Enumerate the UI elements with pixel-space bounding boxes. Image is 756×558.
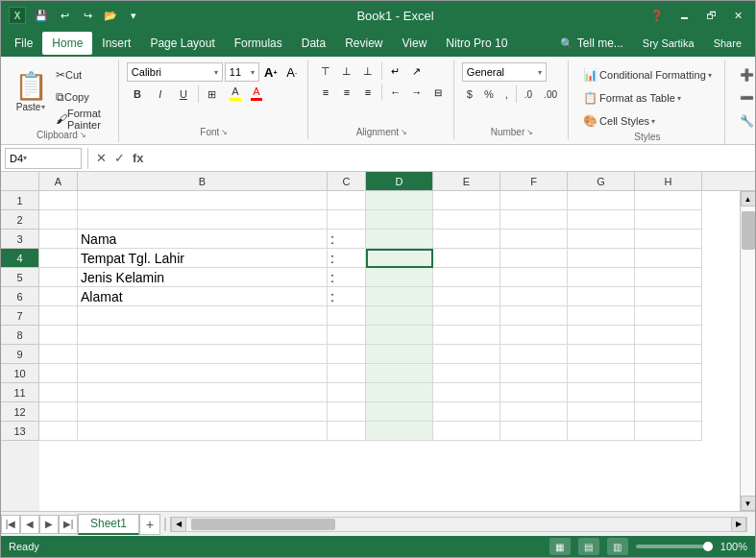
page-layout-view-button[interactable]: ▤ — [578, 538, 599, 555]
font-size-selector[interactable]: 11 ▾ — [225, 62, 259, 82]
alignment-expand-icon[interactable]: ↘ — [401, 128, 407, 136]
col-header-F[interactable]: F — [500, 172, 568, 190]
align-middle-button[interactable]: ⊥ — [337, 62, 356, 80]
cell-D3[interactable] — [366, 230, 433, 249]
comma-button[interactable]: , — [500, 84, 513, 105]
cell-E2[interactable] — [433, 210, 500, 230]
undo-button[interactable]: ↩ — [55, 6, 74, 25]
cell-F6[interactable] — [500, 287, 568, 306]
save-button[interactable]: 💾 — [32, 6, 51, 25]
sheet-first-button[interactable]: |◀ — [1, 515, 20, 534]
cell-D5[interactable] — [366, 268, 433, 287]
page-break-view-button[interactable]: ▥ — [607, 538, 628, 555]
cell-B3[interactable]: Nama — [78, 230, 328, 249]
number-expand-icon[interactable]: ↘ — [526, 128, 533, 136]
cell-B2[interactable] — [78, 210, 328, 230]
insert-function-button[interactable]: fx — [131, 149, 146, 167]
row-1[interactable]: 1 — [1, 191, 39, 210]
minimize-button[interactable]: 🗕 — [674, 6, 694, 25]
cell-D6[interactable] — [366, 287, 433, 306]
font-name-selector[interactable]: Calibri ▾ — [127, 62, 223, 82]
close-button[interactable]: ✕ — [728, 6, 747, 25]
cell-A5[interactable] — [39, 268, 78, 287]
cell-G3[interactable] — [568, 230, 635, 249]
col-header-A[interactable]: A — [39, 172, 78, 190]
cell-H4[interactable] — [635, 249, 702, 268]
format-cells-button[interactable]: 🔧 Format ▾ — [733, 110, 756, 132]
align-bottom-button[interactable]: ⊥ — [358, 62, 378, 80]
cell-A2[interactable] — [39, 210, 78, 230]
font-expand-icon[interactable]: ↘ — [221, 128, 228, 136]
decrease-font-button[interactable]: A- — [282, 63, 302, 81]
vertical-scrollbar[interactable]: ▲ ▼ — [740, 191, 755, 511]
percent-button[interactable]: % — [479, 84, 499, 105]
cell-C3[interactable]: : — [328, 230, 366, 249]
menu-file[interactable]: File — [5, 32, 42, 55]
cell-A4[interactable] — [39, 249, 78, 268]
row-7[interactable]: 7 — [1, 306, 39, 326]
cell-A3[interactable] — [39, 230, 78, 249]
cell-G5[interactable] — [568, 268, 635, 287]
font-color-button[interactable]: A — [247, 84, 266, 105]
orientation-button[interactable]: ↗ — [407, 62, 427, 80]
row-11[interactable]: 11 — [1, 383, 39, 402]
scroll-thumb[interactable] — [742, 211, 755, 250]
cell-H1[interactable] — [635, 191, 702, 210]
align-top-button[interactable]: ⊤ — [316, 62, 335, 80]
cell-H5[interactable] — [635, 268, 702, 287]
cell-F1[interactable] — [500, 191, 568, 210]
menu-nitro[interactable]: Nitro Pro 10 — [436, 32, 517, 55]
corner-cell[interactable] — [1, 172, 39, 190]
wrap-text-button[interactable]: ↵ — [386, 62, 405, 80]
row-5[interactable]: 5 — [1, 268, 39, 287]
sheet-next-button[interactable]: ▶ — [39, 515, 59, 534]
menu-insert[interactable]: Insert — [92, 32, 140, 55]
menu-review[interactable]: Review — [335, 32, 392, 55]
restore-button[interactable]: 🗗 — [701, 6, 720, 25]
cut-button[interactable]: ✂ Cut — [51, 64, 112, 85]
sheet-last-button[interactable]: ▶| — [59, 515, 78, 534]
tell-me-box[interactable]: 🔍 Tell me... — [550, 32, 633, 55]
number-format-selector[interactable]: General ▾ — [462, 62, 547, 82]
cell-E1[interactable] — [433, 191, 500, 210]
clipboard-expand-icon[interactable]: ↘ — [80, 131, 86, 139]
cell-H2[interactable] — [635, 210, 702, 230]
row-4[interactable]: 4 — [1, 249, 39, 268]
format-as-table-button[interactable]: 📋 Format as Table ▾ — [576, 87, 719, 109]
cell-G6[interactable] — [568, 287, 635, 306]
cell-E5[interactable] — [433, 268, 500, 287]
increase-decimal-button[interactable]: .0 — [520, 84, 537, 105]
italic-button[interactable]: I — [150, 84, 171, 105]
hscroll-left-button[interactable]: ◀ — [171, 517, 186, 532]
increase-font-button[interactable]: A+ — [261, 63, 280, 81]
cell-H3[interactable] — [635, 230, 702, 249]
align-left-button[interactable]: ≡ — [316, 84, 335, 101]
share-button[interactable]: Share — [704, 32, 751, 55]
paste-button[interactable]: 📋 Paste ▾ — [11, 62, 51, 120]
cell-F3[interactable] — [500, 230, 568, 249]
underline-button[interactable]: U — [173, 84, 194, 105]
sheet-tab-sheet1[interactable]: Sheet1 — [78, 514, 139, 535]
name-box[interactable]: D4 ▾ — [5, 148, 82, 169]
cell-A6[interactable] — [39, 287, 78, 306]
col-header-B[interactable]: B — [78, 172, 328, 190]
row-8[interactable]: 8 — [1, 326, 39, 345]
align-right-button[interactable]: ≡ — [358, 84, 378, 101]
cell-F2[interactable] — [500, 210, 568, 230]
open-button[interactable]: 📂 — [101, 6, 120, 25]
menu-data[interactable]: Data — [292, 32, 335, 55]
row-6[interactable]: 6 — [1, 287, 39, 306]
col-header-E[interactable]: E — [433, 172, 500, 190]
merge-center-button[interactable]: ⊟ — [428, 84, 448, 101]
cell-E3[interactable] — [433, 230, 500, 249]
zoom-slider[interactable] — [636, 545, 713, 548]
delete-cells-button[interactable]: ➖ Delete ▾ — [733, 87, 756, 109]
cell-D1[interactable] — [366, 191, 433, 210]
cell-C1[interactable] — [328, 191, 366, 210]
row-12[interactable]: 12 — [1, 402, 39, 422]
indent-decrease-button[interactable]: ← — [386, 84, 405, 101]
align-center-button[interactable]: ≡ — [337, 84, 356, 101]
cell-H6[interactable] — [635, 287, 702, 306]
row-2[interactable]: 2 — [1, 210, 39, 230]
currency-button[interactable]: $ — [462, 84, 477, 105]
